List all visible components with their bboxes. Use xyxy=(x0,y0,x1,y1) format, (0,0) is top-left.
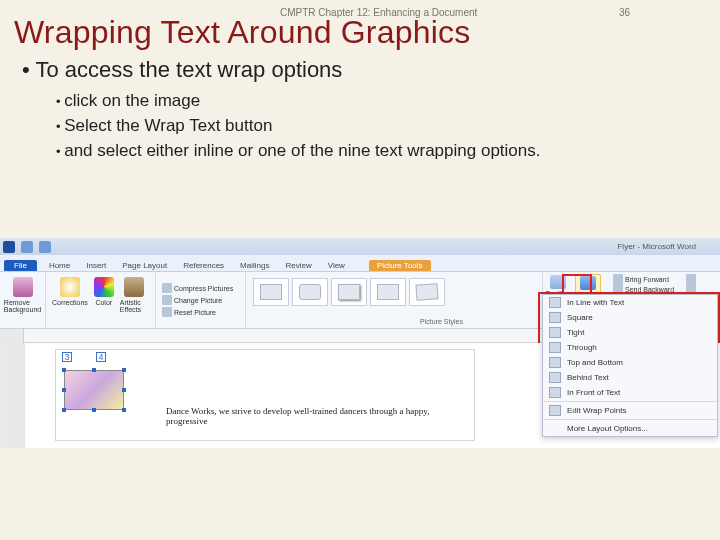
callout-4: 4 xyxy=(96,352,106,362)
style-item[interactable] xyxy=(370,278,406,306)
bullet-1: click on the image xyxy=(0,89,720,114)
selected-image[interactable] xyxy=(64,370,124,410)
bullet-2: Select the Wrap Text button xyxy=(0,114,720,139)
align-button[interactable]: Align xyxy=(684,274,698,284)
tab-view[interactable]: View xyxy=(324,260,349,271)
page-number: 36 xyxy=(619,7,630,18)
tab-references[interactable]: References xyxy=(179,260,228,271)
breadcrumb: CMPTR Chapter 12: Enhancing a Document xyxy=(280,7,477,18)
remove-bg-label: Remove Background xyxy=(4,299,41,313)
style-item[interactable] xyxy=(409,278,445,306)
file-tab[interactable]: File xyxy=(4,260,37,271)
color-button[interactable]: Color xyxy=(92,275,116,315)
tab-page-layout[interactable]: Page Layout xyxy=(118,260,171,271)
group-button[interactable] xyxy=(684,284,698,294)
window-title: Flyer - Microsoft Word xyxy=(617,238,696,255)
artistic-effects-button[interactable]: Artistic Effects xyxy=(118,275,151,315)
undo-icon[interactable] xyxy=(39,241,51,253)
page: 3 4 Dance Works, we strive to develop we… xyxy=(55,349,475,441)
wrap-text-menu: In Line with Text Square Tight Through T… xyxy=(542,294,718,437)
word-screenshot: Flyer - Microsoft Word File Home Insert … xyxy=(0,238,720,448)
tab-home[interactable]: Home xyxy=(45,260,74,271)
menu-inline[interactable]: In Line with Text xyxy=(543,295,717,310)
menu-behind[interactable]: Behind Text xyxy=(543,370,717,385)
compress-pictures-button[interactable]: Compress Pictures xyxy=(160,283,241,293)
remove-background-button[interactable]: Remove Background xyxy=(4,275,41,315)
word-app-icon xyxy=(3,241,15,253)
style-item[interactable] xyxy=(331,278,367,306)
quick-access-toolbar xyxy=(0,238,720,255)
tab-mailings[interactable]: Mailings xyxy=(236,260,273,271)
callout-3: 3 xyxy=(62,352,72,362)
subheading: To access the text wrap options xyxy=(0,57,720,89)
change-picture-button[interactable]: Change Picture xyxy=(160,295,241,305)
style-item[interactable] xyxy=(292,278,328,306)
menu-more-options[interactable]: More Layout Options... xyxy=(543,421,717,436)
tab-insert[interactable]: Insert xyxy=(82,260,110,271)
menu-edit-points[interactable]: Edit Wrap Points xyxy=(543,403,717,418)
context-tab-group: Picture Tools xyxy=(369,260,431,271)
send-backward-button[interactable]: Send Backward xyxy=(611,284,676,294)
bullet-3: and select either inline or one of the n… xyxy=(0,139,720,164)
menu-through[interactable]: Through xyxy=(543,340,717,355)
document-text: Dance Works, we strive to develop well-t… xyxy=(166,406,466,426)
style-item[interactable] xyxy=(253,278,289,306)
reset-picture-button[interactable]: Reset Picture xyxy=(160,307,241,317)
ribbon-tabs: File Home Insert Page Layout References … xyxy=(0,255,720,271)
menu-tight[interactable]: Tight xyxy=(543,325,717,340)
corrections-button[interactable]: Corrections xyxy=(50,275,90,315)
menu-top-bottom[interactable]: Top and Bottom xyxy=(543,355,717,370)
bring-forward-button[interactable]: Bring Forward xyxy=(611,274,676,284)
save-icon[interactable] xyxy=(21,241,33,253)
menu-square[interactable]: Square xyxy=(543,310,717,325)
menu-front[interactable]: In Front of Text xyxy=(543,385,717,400)
tab-review[interactable]: Review xyxy=(281,260,315,271)
